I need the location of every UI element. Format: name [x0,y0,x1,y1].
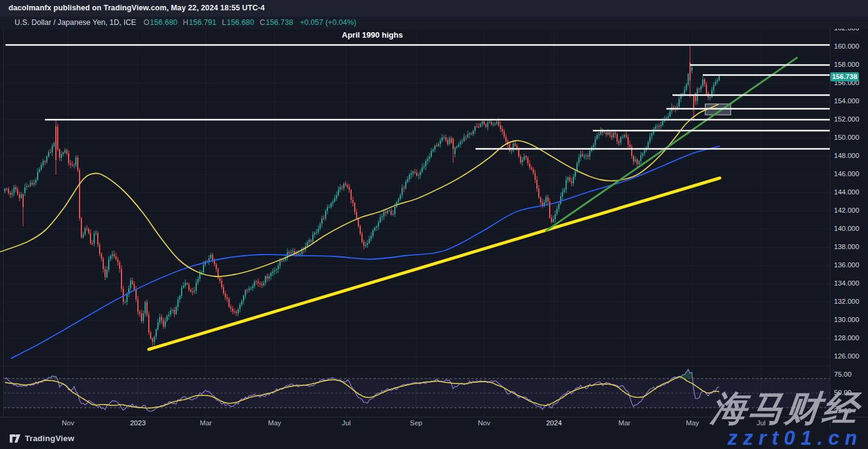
close-label: C [259,18,265,27]
price-tick-label: 132.000 [834,298,859,305]
close-value: 156.738 [265,18,293,27]
watermark-url: zzrt01.cn [728,427,863,449]
watermark-cjk: 海马财经 [709,385,862,433]
price-tick-label: 126.000 [834,352,859,360]
time-tick-label: Mar [200,419,212,427]
high-label: H [183,18,188,27]
time-tick-label: Jul [342,419,351,427]
price-tick-label: 150.000 [834,134,859,141]
low-value: 156.680 [227,18,254,27]
tradingview-logo[interactable]: TradingView [10,434,74,443]
price-tick-label: 140.000 [834,225,859,232]
price-tick-label: 138.000 [834,243,859,250]
open-value: 156.680 [150,18,177,27]
time-tick-label: Mar [618,419,630,427]
publish-info-bar: dacolmanfx published on TradingView.com,… [0,0,868,16]
tradingview-logo-text: TradingView [25,434,74,443]
time-tick-label: May [686,419,699,427]
open-label: O [143,18,149,27]
price-tick-label: 160.000 [834,43,859,50]
price-tick-label: 152.000 [834,115,859,123]
price-tick-label: 144.000 [834,188,859,196]
price-tick-label: 136.000 [834,261,859,269]
price-tick-label: 158.000 [834,61,859,68]
price-tick-label: 146.000 [834,170,859,177]
price-tick-label: 148.000 [834,152,859,159]
time-tick-label: May [268,419,281,427]
publish-info-text: dacolmanfx published on TradingView.com,… [9,0,265,16]
time-tick-label: 2024 [546,419,562,427]
last-price-badge: 156.738 [830,72,859,81]
time-tick-label: Sep [410,419,422,427]
price-tick-label: 154.000 [834,97,859,105]
price-tick-label: 130.000 [834,316,859,323]
price-tick-label: 128.000 [834,334,859,341]
price-tick-label: 134.000 [834,279,859,287]
tradingview-published-chart: dacolmanfx published on TradingView.com,… [0,0,868,449]
low-label: L [222,18,226,27]
change-value: +0.057 (+0.04%) [300,18,357,27]
chart-legend[interactable]: U.S. Dollar / Japanese Yen, 1D, ICE O 15… [0,16,868,29]
high-value: 156.791 [189,18,216,27]
price-tick-label: 142.000 [834,207,859,214]
time-tick-label: 2023 [130,419,146,427]
chart-canvas[interactable] [0,0,868,449]
tradingview-logo-icon [10,434,21,443]
rsi-tick-label: 75.00 [834,371,852,378]
time-tick-label: Nov [62,419,74,427]
time-tick-label: Nov [478,419,490,427]
symbol-title: U.S. Dollar / Japanese Yen, 1D, ICE [15,18,136,27]
annotation-april-1990-highs: April 1990 highs [342,30,403,39]
